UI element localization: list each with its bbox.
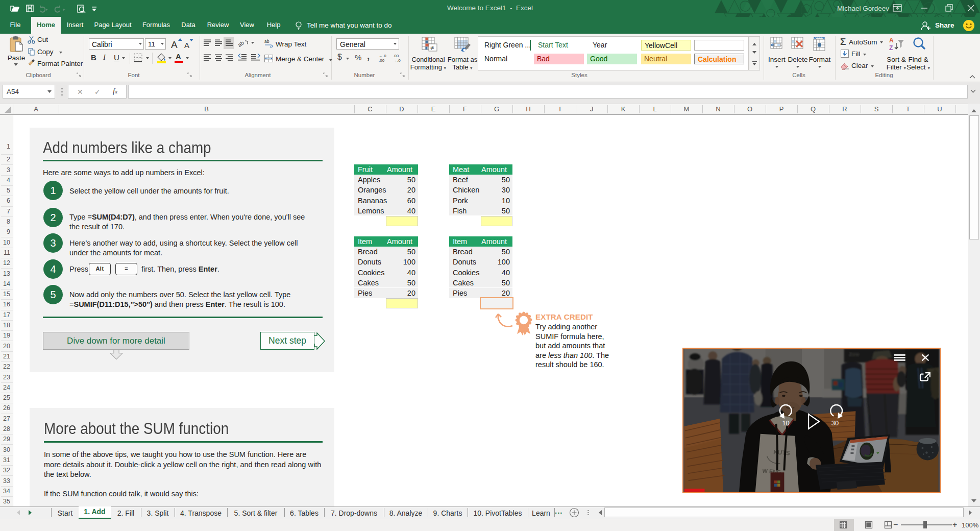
svg-text:←.0: ←.0: [379, 54, 386, 58]
svg-text:30: 30: [831, 419, 839, 427]
svg-text:.00: .00: [379, 58, 385, 63]
svg-text:Z: Z: [889, 44, 893, 52]
svg-text:A: A: [184, 41, 189, 50]
svg-text:ab: ab: [238, 39, 245, 48]
svg-text:.00: .00: [393, 54, 399, 58]
svg-text:≠: ≠: [430, 44, 434, 52]
svg-text:A: A: [171, 39, 178, 50]
svg-text:A: A: [889, 37, 894, 44]
svg-text:→.0: →.0: [393, 58, 401, 63]
svg-text:10: 10: [782, 419, 789, 427]
svg-text:ab: ab: [264, 39, 270, 44]
